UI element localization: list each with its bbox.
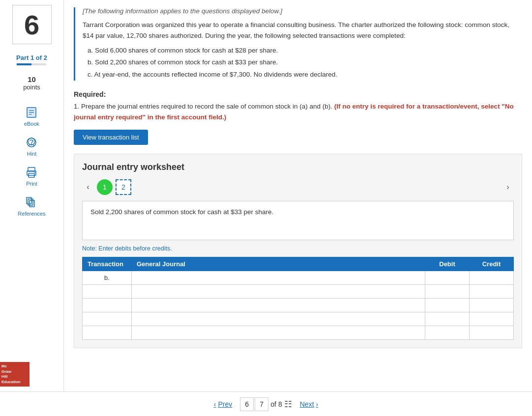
next-arrow-icon: › [316,400,319,408]
part-label-bold: Part 1 [16,54,34,61]
credit-input[interactable] [473,302,510,309]
ebook-icon [25,106,38,119]
mcgraw-line2: Graw [1,369,28,374]
required-text-before: 1. Prepare the journal entries required … [74,103,332,110]
hint-icon [25,136,38,149]
svg-rect-13 [28,199,33,205]
sidebar-item-hint[interactable]: Hint [25,136,38,157]
list-item: c. At year-end, the accounts reflected i… [88,69,522,81]
next-button[interactable]: Next › [300,400,318,408]
print-label: Print [26,181,37,187]
debit-input[interactable] [428,288,466,295]
hint-label: Hint [27,151,37,157]
page-button-1[interactable]: 1 [97,179,113,195]
of-text: of [270,400,276,408]
table-row [83,312,514,326]
part-progress-fill [17,63,31,65]
debit-input-cell[interactable] [425,326,470,340]
transaction-cell [83,285,132,299]
sidebar-icons: eBook Hint [18,106,45,217]
journal-input-cell[interactable] [132,285,425,299]
debit-input-cell[interactable] [425,299,470,312]
debit-input[interactable] [428,315,466,323]
credit-input-cell[interactable] [470,285,514,299]
credit-input[interactable] [473,274,510,281]
points-info: 10 points [23,75,40,91]
bottom-navigation: ‹ Prev 6 7 of 8 ☷ Next › [0,391,532,416]
required-label: Required: [74,90,522,98]
page-input-group: 6 7 of 8 ☷ [240,397,292,411]
sidebar-item-references[interactable]: References [18,195,45,217]
prev-label: Prev [218,400,232,408]
part-progress-bar [17,63,46,65]
col-header-transaction: Transaction [83,257,132,271]
passage-italic: [The following information applies to th… [83,7,522,15]
debit-input[interactable] [428,302,466,309]
grid-icon[interactable]: ☷ [284,399,292,410]
next-page-button[interactable]: › [502,181,514,193]
worksheet-title: Journal entry worksheet [82,162,514,172]
pagination-nav: ‹ 1 2 › [82,179,514,195]
page-button-2[interactable]: 2 [116,179,131,195]
question-number: 6 [12,5,52,44]
debit-input-cell[interactable] [425,312,470,326]
points-value: 10 [23,75,40,83]
credit-input[interactable] [473,315,510,323]
points-label: points [23,83,40,91]
credit-input-cell[interactable] [470,271,514,285]
current-page-1[interactable]: 6 [240,397,254,411]
col-header-journal: General Journal [132,257,425,271]
journal-input[interactable] [135,273,422,282]
debit-input-cell[interactable] [425,285,470,299]
credit-input-cell[interactable] [470,299,514,312]
journal-table: Transaction General Journal Debit Credit… [82,257,514,340]
debit-input[interactable] [428,274,466,281]
credit-input-cell[interactable] [470,312,514,326]
list-item: a. Sold 6,000 shares of common stock for… [88,45,522,56]
references-icon [25,195,38,209]
required-text: 1. Prepare the journal entries required … [74,101,522,122]
col-header-credit: Credit [470,257,514,271]
svg-point-11 [34,172,35,173]
table-row: b. [83,271,514,285]
credit-input[interactable] [473,288,510,295]
journal-input-cell[interactable] [132,312,425,326]
prev-page-button[interactable]: ‹ [82,181,94,193]
current-page-2[interactable]: 7 [255,397,268,411]
sidebar-item-ebook[interactable]: eBook [24,106,39,127]
journal-input[interactable] [135,328,422,337]
mcgraw-line4: Education [1,380,28,385]
mcgraw-line1: Mc [1,364,28,369]
transaction-cell [83,312,132,326]
transaction-cell: b. [83,271,132,285]
references-label: References [18,211,45,217]
passage-list: a. Sold 6,000 shares of common stock for… [83,45,522,81]
journal-input-cell[interactable] [132,326,425,340]
required-section: Required: 1. Prepare the journal entries… [74,90,522,122]
journal-input[interactable] [135,301,422,310]
credit-input-cell[interactable] [470,326,514,340]
ebook-label: eBook [24,121,39,127]
credit-input[interactable] [473,329,510,336]
passage-block: [The following information applies to th… [74,7,522,81]
mcgraw-line3: Hill [1,374,28,379]
next-label: Next [300,400,314,408]
prev-button[interactable]: ‹ Prev [214,400,232,408]
transaction-desc-box: Sold 2,200 shares of common stock for ca… [82,201,514,240]
view-transaction-button[interactable]: View transaction list [74,130,148,145]
page-inputs: 6 7 [240,397,268,411]
journal-input-cell[interactable] [132,299,425,312]
journal-input[interactable] [135,287,422,296]
sidebar-item-print[interactable]: Print [25,166,38,187]
transaction-cell [83,326,132,340]
sidebar: 6 Part 1 of 2 10 points [0,0,64,391]
journal-input-cell[interactable] [132,271,425,285]
transaction-desc-text: Sold 2,200 shares of common stock for ca… [90,208,273,216]
part-info: Part 1 of 2 [16,54,47,65]
debit-input[interactable] [428,329,466,336]
col-header-debit: Debit [425,257,470,271]
table-row [83,285,514,299]
debit-input-cell[interactable] [425,271,470,285]
journal-input[interactable] [135,314,422,324]
total-pages: 8 [278,400,282,408]
